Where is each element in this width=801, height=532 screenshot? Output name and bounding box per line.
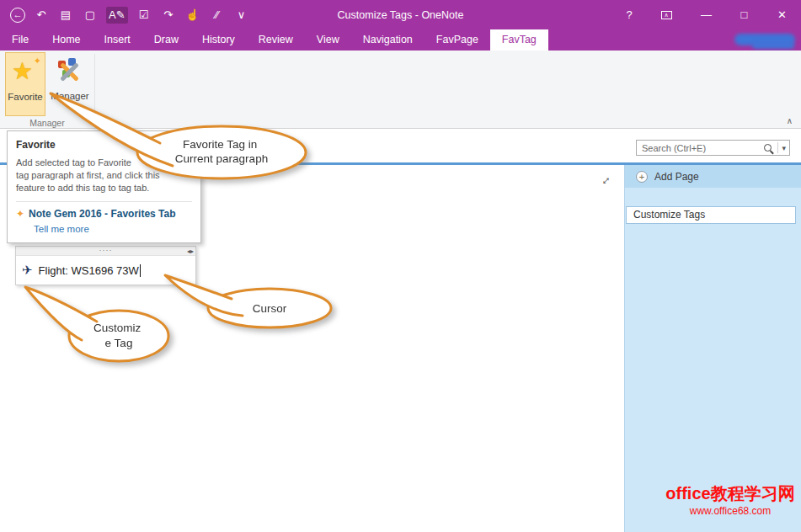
new-page-icon[interactable]: ▢ [82, 7, 99, 24]
help-button[interactable]: ? [617, 0, 642, 29]
collapse-ribbon-icon[interactable]: ∧ [787, 116, 793, 125]
notebook-icon[interactable]: ▤ [57, 7, 74, 24]
undo-icon[interactable]: ↶ [33, 7, 50, 24]
tell-me-more-link[interactable]: Tell me more [34, 224, 192, 234]
ribbon-display-options-icon[interactable]: ∧ [654, 0, 679, 29]
tab-favpage[interactable]: FavPage [425, 29, 490, 51]
callout-tail [25, 287, 97, 340]
customize-qat-dropdown-icon[interactable]: ∨ [233, 7, 250, 24]
watermark-url: www.office68.com [664, 505, 797, 517]
format-pen-icon[interactable]: A✎ [106, 7, 128, 24]
tab-history[interactable]: History [190, 29, 247, 51]
add-page-button[interactable]: + Add Page [625, 165, 801, 188]
text-cursor [140, 264, 142, 277]
note-drag-handle[interactable]: ···· ◂▸ [16, 247, 195, 256]
callout-favorite-tag: Favorite Tag in Current paragraph [34, 80, 320, 189]
note-text[interactable]: Flight: WS1696 73W [39, 264, 139, 277]
gem-icon: ✦ [16, 208, 24, 220]
star-glyph: ★ [12, 58, 33, 85]
search-scope-dropdown-icon[interactable]: ▾ [782, 144, 786, 152]
sparkle-glyph: ✦ [34, 56, 41, 66]
callout-customize-tag: Customiz e Tag [13, 278, 181, 370]
add-page-label: Add Page [654, 171, 699, 183]
window-controls: ? ∧ — □ ✕ [617, 0, 801, 29]
search-placeholder: Search (Ctrl+E) [642, 143, 764, 153]
page-tabs-panel: + Add Page Customize Tags [624, 165, 801, 532]
tag-check-icon[interactable]: ☑ [136, 7, 152, 24]
handle-resize-arrows-icon[interactable]: ◂▸ [187, 247, 194, 256]
redacted-username [752, 42, 794, 49]
back-icon[interactable]: ← [10, 8, 25, 23]
tab-review[interactable]: Review [247, 29, 305, 51]
callout-tail [51, 93, 173, 166]
quick-access-toolbar: ← ↶ ▤ ▢ A✎ ☑ ↷ ☝ ∕∕ ∨ [0, 7, 250, 24]
watermark-site-name: office教程学习网 [664, 483, 797, 503]
tab-draw[interactable]: Draw [142, 29, 190, 51]
tab-insert[interactable]: Insert [93, 29, 142, 51]
tooltip-product-name: Note Gem 2016 - Favorites Tab [29, 208, 176, 220]
tab-home[interactable]: Home [40, 29, 92, 51]
handle-dots-icon: ···· [99, 246, 113, 254]
tooltip-product: ✦ Note Gem 2016 - Favorites Tab [16, 208, 192, 220]
redo-icon[interactable]: ↷ [160, 7, 177, 24]
maximize-button[interactable]: □ [725, 0, 763, 29]
search-separator [777, 142, 778, 153]
search-icon[interactable] [764, 144, 772, 152]
tooltip-divider [16, 201, 192, 202]
tab-navigation[interactable]: Navigation [351, 29, 425, 51]
tab-favtag[interactable]: FavTag [490, 29, 548, 51]
add-page-icon: + [636, 171, 648, 183]
title-bar: ← ↶ ▤ ▢ A✎ ☑ ↷ ☝ ∕∕ ∨ Customize Tags - O… [0, 0, 801, 29]
ribbon-display-options-glyph: ∧ [661, 11, 672, 19]
close-button[interactable]: ✕ [763, 0, 801, 29]
callout-cursor-text: Cursor [253, 302, 287, 315]
search-box[interactable]: Search (Ctrl+E) ▾ [636, 140, 790, 156]
pens-icon[interactable]: ∕∕ [209, 7, 226, 24]
touch-mode-icon[interactable]: ☝ [184, 7, 201, 24]
watermark: office教程学习网 www.office68.com [664, 483, 797, 517]
minimize-button[interactable]: — [687, 0, 725, 29]
tab-file[interactable]: File [0, 29, 40, 51]
ribbon-tab-bar: File Home Insert Draw History Review Vie… [0, 29, 801, 51]
tab-view[interactable]: View [305, 29, 351, 51]
page-tab-customize-tags[interactable]: Customize Tags [626, 206, 796, 224]
flight-tag-icon[interactable]: ✈ [22, 263, 33, 278]
